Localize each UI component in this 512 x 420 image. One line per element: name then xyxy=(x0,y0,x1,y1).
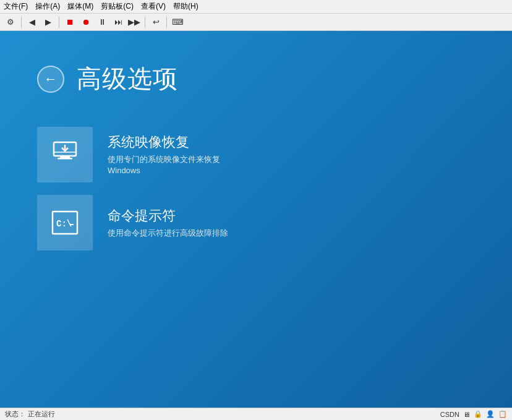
status-value: 正在运行 xyxy=(28,409,55,419)
system-image-desc: 使用专门的系统映像文件来恢复 Windows xyxy=(108,154,220,176)
toolbar-separator-4 xyxy=(166,17,167,28)
status-right: CSDN 🖥 🔒 👤 📋 xyxy=(440,410,507,418)
undo-button[interactable]: ↩ xyxy=(149,15,163,29)
status-bar: 状态： 正在运行 CSDN 🖥 🔒 👤 📋 xyxy=(0,408,512,420)
menu-media[interactable]: 媒体(M) xyxy=(67,1,93,12)
system-image-svg xyxy=(49,139,81,171)
stop-button[interactable]: ⏹ xyxy=(63,15,77,29)
status-icon-2: 🔒 xyxy=(474,410,482,418)
svg-text:C:\: C:\ xyxy=(56,219,72,229)
status-label: 状态： xyxy=(5,409,25,419)
step-forward-button[interactable]: ⏭ xyxy=(111,15,125,29)
system-image-text: 系统映像恢复 使用专门的系统映像文件来恢复 Windows xyxy=(108,133,220,176)
status-icon-1: 🖥 xyxy=(463,411,470,418)
options-list: 系统映像恢复 使用专门的系统映像文件来恢复 Windows C:\ xyxy=(37,127,475,251)
menu-clipboard[interactable]: 剪贴板(C) xyxy=(101,1,134,12)
cmd-svg: C:\ xyxy=(49,207,81,239)
toolbar-separator-3 xyxy=(145,17,145,28)
command-prompt-icon: C:\ xyxy=(37,195,93,251)
content-wrapper: ← 高级选项 xyxy=(0,31,512,281)
menu-action[interactable]: 操作(A) xyxy=(35,1,60,12)
keyboard-button[interactable]: ⌨ xyxy=(171,15,184,29)
record-button[interactable]: ⏺ xyxy=(79,15,93,29)
pause-button[interactable]: ⏸ xyxy=(95,15,109,29)
back-button[interactable]: ← xyxy=(37,66,64,93)
toolbar: ⚙ ◀ ▶ ⏹ ⏺ ⏸ ⏭ ▶▶ ↩ ⌨ xyxy=(0,14,512,31)
menu-bar: 文件(F) 操作(A) 媒体(M) 剪贴板(C) 查看(V) 帮助(H) xyxy=(0,0,512,14)
main-content-area: ← 高级选项 xyxy=(0,31,512,408)
menu-view[interactable]: 查看(V) xyxy=(141,1,166,12)
option-command-prompt[interactable]: C:\ 命令提示符 使用命令提示符进行高级故障排除 xyxy=(37,195,475,251)
option-system-image-recovery[interactable]: 系统映像恢复 使用专门的系统映像文件来恢复 Windows xyxy=(37,127,475,182)
toolbar-forward-button[interactable]: ▶ xyxy=(41,15,55,29)
svg-rect-3 xyxy=(58,158,72,160)
system-image-icon xyxy=(37,127,93,182)
command-prompt-title: 命令提示符 xyxy=(108,207,228,225)
status-icon-3: 👤 xyxy=(486,410,495,418)
toolbar-back-button[interactable]: ◀ xyxy=(25,15,39,29)
system-image-title: 系统映像恢复 xyxy=(108,133,220,152)
menu-file[interactable]: 文件(F) xyxy=(4,1,28,12)
menu-help[interactable]: 帮助(H) xyxy=(173,1,198,12)
play-forward-button[interactable]: ▶▶ xyxy=(127,15,141,29)
command-prompt-text: 命令提示符 使用命令提示符进行高级故障排除 xyxy=(108,207,228,239)
toolbar-separator-2 xyxy=(59,17,59,28)
title-row: ← 高级选项 xyxy=(37,62,475,96)
toolbar-separator-1 xyxy=(21,17,22,28)
settings-button[interactable]: ⚙ xyxy=(4,15,17,29)
status-left: 状态： 正在运行 xyxy=(5,409,55,419)
csdn-label: CSDN xyxy=(440,411,459,418)
status-icon-4: 📋 xyxy=(498,410,507,418)
command-prompt-desc: 使用命令提示符进行高级故障排除 xyxy=(108,228,228,239)
svg-rect-2 xyxy=(60,156,70,158)
page-title: 高级选项 xyxy=(77,62,178,96)
